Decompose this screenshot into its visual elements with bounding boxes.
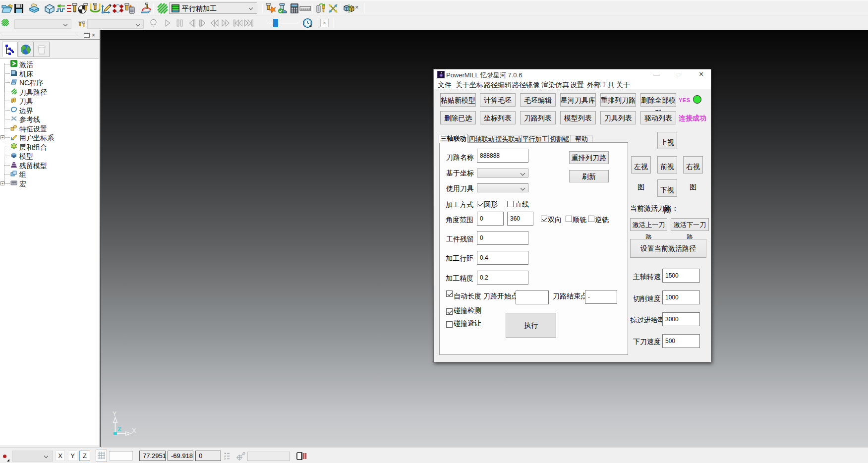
svg-text:Y: Y	[113, 410, 117, 417]
svg-text:X: X	[132, 427, 136, 434]
svg-text:Z: Z	[117, 425, 121, 433]
